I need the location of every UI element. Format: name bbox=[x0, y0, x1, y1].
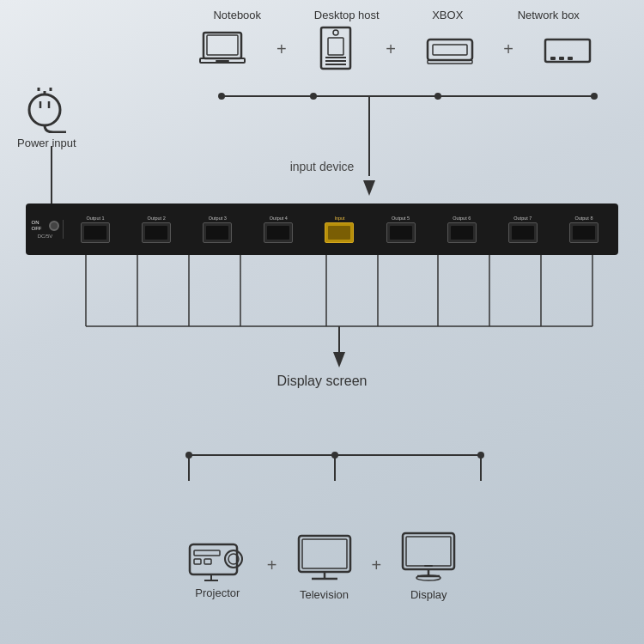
svg-point-28 bbox=[591, 93, 598, 100]
notebook-icon bbox=[197, 29, 248, 70]
main-diagram: Notebook Desktop host XBOX Network box + bbox=[0, 0, 644, 644]
out-plus-2: + bbox=[372, 556, 382, 575]
on-label: ON bbox=[32, 220, 42, 226]
projector-label: Projector bbox=[195, 586, 240, 599]
off-label: OFF bbox=[32, 226, 42, 232]
svg-rect-64 bbox=[403, 533, 454, 569]
output-port-8: Output 8 bbox=[555, 216, 613, 243]
output-port-5: Output 5 bbox=[372, 216, 430, 243]
output-devices-section: Projector + Television + bbox=[52, 529, 592, 601]
svg-point-27 bbox=[434, 93, 441, 100]
plus-1: + bbox=[276, 39, 287, 59]
input-device-label: input device bbox=[0, 159, 644, 174]
power-input-section: Power input bbox=[17, 86, 76, 149]
power-panel: ON OFF DC/5V bbox=[31, 220, 64, 239]
networkbox-icon bbox=[542, 33, 593, 67]
desktop-label: Desktop host bbox=[304, 9, 390, 21]
display-label: Display bbox=[410, 588, 447, 601]
svg-rect-16 bbox=[568, 57, 573, 60]
projector-device: Projector bbox=[185, 532, 250, 599]
svg-rect-56 bbox=[194, 559, 201, 564]
svg-rect-57 bbox=[204, 559, 211, 564]
xbox-icon bbox=[424, 33, 476, 67]
svg-point-17 bbox=[29, 94, 60, 125]
svg-rect-8 bbox=[325, 60, 346, 62]
svg-rect-65 bbox=[406, 537, 451, 566]
svg-rect-66 bbox=[424, 565, 433, 567]
output-port-6: Output 6 bbox=[433, 216, 491, 243]
output-port-4: Output 4 bbox=[249, 216, 307, 243]
output-port-1: Output 1 bbox=[66, 216, 125, 243]
svg-rect-9 bbox=[325, 64, 346, 65]
output-port-7: Output 7 bbox=[494, 216, 552, 243]
television-device: Television bbox=[295, 529, 355, 601]
svg-point-26 bbox=[310, 93, 317, 100]
svg-rect-10 bbox=[428, 39, 472, 60]
output-port-2: Output 2 bbox=[127, 216, 185, 243]
plus-3: + bbox=[503, 39, 513, 59]
svg-rect-1 bbox=[207, 35, 238, 55]
svg-point-47 bbox=[331, 452, 338, 459]
out-plus-1: + bbox=[267, 556, 277, 575]
display-icon bbox=[398, 529, 459, 585]
svg-rect-55 bbox=[194, 550, 220, 556]
svg-marker-44 bbox=[333, 352, 345, 368]
plus-2: + bbox=[386, 39, 396, 59]
projector-icon bbox=[185, 532, 250, 583]
xbox-label: XBOX bbox=[417, 9, 477, 21]
svg-point-5 bbox=[333, 30, 338, 35]
splitter-device: ON OFF DC/5V Output 1 Output 2 Output 3 bbox=[26, 204, 618, 255]
power-input-label: Power input bbox=[17, 137, 76, 149]
input-port: Input bbox=[310, 216, 368, 243]
television-icon bbox=[295, 529, 355, 585]
svg-rect-7 bbox=[325, 57, 346, 58]
svg-rect-3 bbox=[216, 60, 229, 62]
svg-rect-60 bbox=[299, 536, 350, 572]
svg-point-25 bbox=[218, 93, 225, 100]
svg-rect-12 bbox=[428, 60, 472, 64]
svg-rect-6 bbox=[328, 38, 343, 55]
svg-rect-61 bbox=[302, 539, 347, 568]
svg-rect-15 bbox=[559, 57, 564, 60]
svg-marker-30 bbox=[363, 180, 375, 196]
desktop-icon bbox=[314, 26, 357, 73]
svg-rect-14 bbox=[550, 57, 556, 60]
notebook-label: Notebook bbox=[198, 9, 276, 21]
svg-rect-11 bbox=[433, 45, 467, 55]
svg-rect-4 bbox=[321, 27, 350, 69]
svg-point-53 bbox=[225, 550, 242, 568]
svg-point-46 bbox=[185, 452, 192, 459]
power-icon bbox=[23, 86, 70, 133]
svg-point-48 bbox=[477, 452, 484, 459]
power-button[interactable] bbox=[49, 221, 59, 231]
dc-label: DC/5V bbox=[38, 234, 53, 239]
display-screen-label: Display screen bbox=[0, 374, 644, 389]
networkbox-label: Network box bbox=[506, 9, 592, 21]
television-label: Television bbox=[300, 588, 349, 601]
output-port-3: Output 3 bbox=[188, 216, 246, 243]
display-device: Display bbox=[398, 529, 459, 601]
